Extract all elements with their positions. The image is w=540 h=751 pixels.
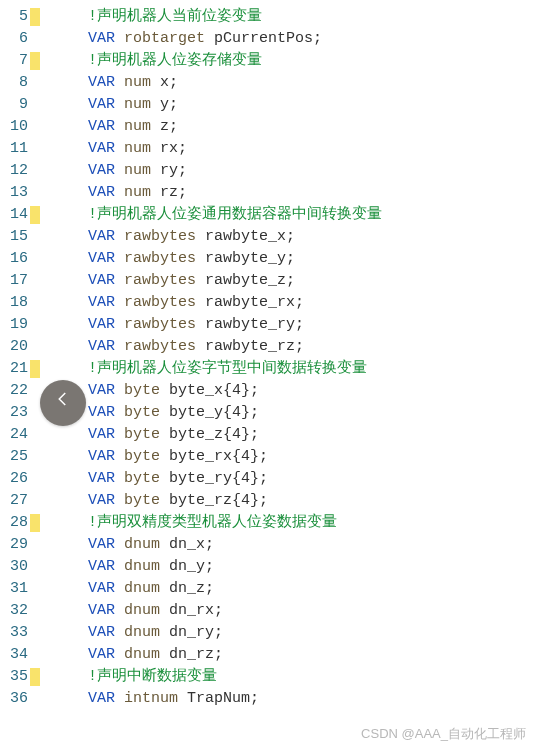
token-kw: VAR — [88, 690, 115, 707]
code-line[interactable]: 24VAR byte byte_z{4}; — [0, 424, 540, 446]
code-line[interactable]: 35!声明中断数据变量 — [0, 666, 540, 688]
code-content[interactable]: VAR dnum dn_ry; — [88, 622, 223, 644]
code-line[interactable]: 19VAR rawbytes rawbyte_ry; — [0, 314, 540, 336]
token-ty: byte — [124, 404, 160, 421]
code-content[interactable]: VAR byte byte_y{4}; — [88, 402, 259, 424]
code-content[interactable]: VAR num x; — [88, 72, 178, 94]
token-ty: num — [124, 96, 151, 113]
change-marker — [30, 514, 40, 532]
code-line[interactable]: 16VAR rawbytes rawbyte_y; — [0, 248, 540, 270]
code-line[interactable]: 21!声明机器人位姿字节型中间数据转换变量 — [0, 358, 540, 380]
code-content[interactable]: VAR dnum dn_rz; — [88, 644, 223, 666]
line-number: 26 — [0, 468, 30, 490]
code-content[interactable]: VAR byte byte_rz{4}; — [88, 490, 268, 512]
line-number: 8 — [0, 72, 30, 94]
back-button[interactable] — [40, 380, 86, 426]
change-marker — [30, 470, 40, 488]
change-marker — [30, 338, 40, 356]
change-marker — [30, 536, 40, 554]
token-cmt: !声明机器人位姿存储变量 — [88, 52, 262, 69]
code-line[interactable]: 33VAR dnum dn_ry; — [0, 622, 540, 644]
code-editor[interactable]: 5!声明机器人当前位姿变量6VAR robtarget pCurrentPos;… — [0, 0, 540, 710]
code-content[interactable]: VAR rawbytes rawbyte_y; — [88, 248, 295, 270]
token-id: y; — [151, 96, 178, 113]
code-content[interactable]: VAR dnum dn_rx; — [88, 600, 223, 622]
code-line[interactable]: 8VAR num x; — [0, 72, 540, 94]
code-line[interactable]: 11VAR num rx; — [0, 138, 540, 160]
code-content[interactable]: VAR intnum TrapNum; — [88, 688, 259, 710]
change-marker — [30, 580, 40, 598]
change-marker — [30, 184, 40, 202]
token-id — [115, 162, 124, 179]
line-number: 22 — [0, 380, 30, 402]
code-content[interactable]: VAR dnum dn_z; — [88, 578, 214, 600]
code-line[interactable]: 9VAR num y; — [0, 94, 540, 116]
code-content[interactable]: VAR rawbytes rawbyte_ry; — [88, 314, 304, 336]
code-content[interactable]: !声明机器人位姿字节型中间数据转换变量 — [88, 358, 367, 380]
token-id — [115, 602, 124, 619]
code-content[interactable]: VAR num y; — [88, 94, 178, 116]
code-line[interactable]: 34VAR dnum dn_rz; — [0, 644, 540, 666]
code-line[interactable]: 31VAR dnum dn_z; — [0, 578, 540, 600]
line-number: 10 — [0, 116, 30, 138]
token-ty: rawbytes — [124, 250, 196, 267]
code-line[interactable]: 29VAR dnum dn_x; — [0, 534, 540, 556]
line-number: 9 — [0, 94, 30, 116]
code-content[interactable]: VAR byte byte_ry{4}; — [88, 468, 268, 490]
code-line[interactable]: 5!声明机器人当前位姿变量 — [0, 6, 540, 28]
line-number: 13 — [0, 182, 30, 204]
code-line[interactable]: 28!声明双精度类型机器人位姿数据变量 — [0, 512, 540, 534]
token-id — [115, 580, 124, 597]
code-content[interactable]: !声明中断数据变量 — [88, 666, 217, 688]
code-content[interactable]: VAR byte byte_z{4}; — [88, 424, 259, 446]
code-content[interactable]: VAR num rz; — [88, 182, 187, 204]
code-content[interactable]: VAR num rx; — [88, 138, 187, 160]
code-line[interactable]: 26VAR byte byte_ry{4}; — [0, 468, 540, 490]
code-content[interactable]: VAR num ry; — [88, 160, 187, 182]
token-kw: VAR — [88, 162, 115, 179]
code-content[interactable]: VAR rawbytes rawbyte_rz; — [88, 336, 304, 358]
code-line[interactable]: 7!声明机器人位姿存储变量 — [0, 50, 540, 72]
token-ty: robtarget — [124, 30, 205, 47]
code-content[interactable]: VAR byte byte_x{4}; — [88, 380, 259, 402]
change-marker — [30, 602, 40, 620]
code-content[interactable]: !声明机器人位姿通用数据容器中间转换变量 — [88, 204, 382, 226]
code-content[interactable]: !声明机器人位姿存储变量 — [88, 50, 262, 72]
code-line[interactable]: 27VAR byte byte_rz{4}; — [0, 490, 540, 512]
line-number: 32 — [0, 600, 30, 622]
line-number: 12 — [0, 160, 30, 182]
code-content[interactable]: VAR rawbytes rawbyte_z; — [88, 270, 295, 292]
token-id: dn_x; — [160, 536, 214, 553]
code-line[interactable]: 6VAR robtarget pCurrentPos; — [0, 28, 540, 50]
token-kw: VAR — [88, 602, 115, 619]
code-content[interactable]: VAR byte byte_rx{4}; — [88, 446, 268, 468]
token-id — [115, 338, 124, 355]
token-ty: dnum — [124, 624, 160, 641]
code-line[interactable]: 32VAR dnum dn_rx; — [0, 600, 540, 622]
code-content[interactable]: VAR dnum dn_x; — [88, 534, 214, 556]
code-content[interactable]: VAR rawbytes rawbyte_x; — [88, 226, 295, 248]
token-id — [115, 74, 124, 91]
code-line[interactable]: 36VAR intnum TrapNum; — [0, 688, 540, 710]
code-line[interactable]: 30VAR dnum dn_y; — [0, 556, 540, 578]
code-line[interactable]: 10VAR num z; — [0, 116, 540, 138]
code-content[interactable]: VAR robtarget pCurrentPos; — [88, 28, 322, 50]
code-content[interactable]: !声明双精度类型机器人位姿数据变量 — [88, 512, 337, 534]
token-id: TrapNum; — [178, 690, 259, 707]
code-line[interactable]: 20VAR rawbytes rawbyte_rz; — [0, 336, 540, 358]
code-line[interactable]: 15VAR rawbytes rawbyte_x; — [0, 226, 540, 248]
code-line[interactable]: 18VAR rawbytes rawbyte_rx; — [0, 292, 540, 314]
code-content[interactable]: VAR rawbytes rawbyte_rx; — [88, 292, 304, 314]
token-id — [115, 624, 124, 641]
token-id — [115, 536, 124, 553]
token-id: byte_ry{4}; — [160, 470, 268, 487]
code-line[interactable]: 12VAR num ry; — [0, 160, 540, 182]
code-line[interactable]: 25VAR byte byte_rx{4}; — [0, 446, 540, 468]
code-line[interactable]: 17VAR rawbytes rawbyte_z; — [0, 270, 540, 292]
code-content[interactable]: VAR dnum dn_y; — [88, 556, 214, 578]
change-marker — [30, 382, 40, 400]
code-line[interactable]: 13VAR num rz; — [0, 182, 540, 204]
code-line[interactable]: 14!声明机器人位姿通用数据容器中间转换变量 — [0, 204, 540, 226]
code-content[interactable]: VAR num z; — [88, 116, 178, 138]
code-content[interactable]: !声明机器人当前位姿变量 — [88, 6, 262, 28]
